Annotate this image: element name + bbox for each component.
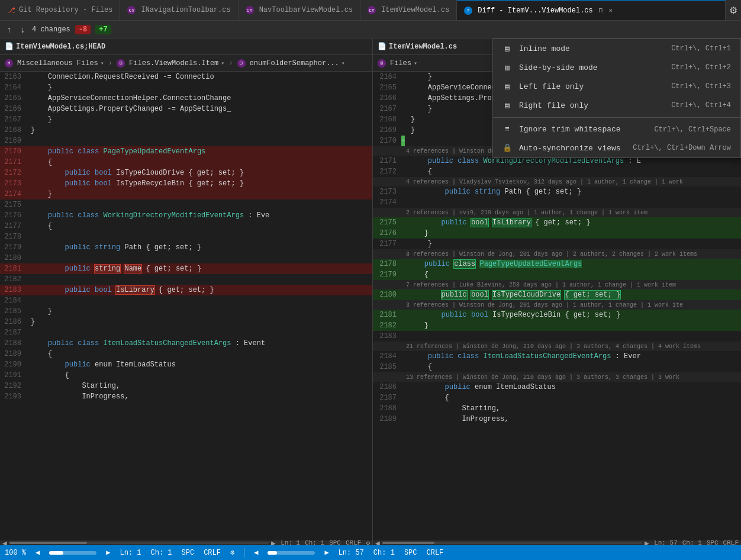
- tab-diff-item[interactable]: ≠ Diff - ItemV...ViewModel.cs ⊓ ✕: [457, 0, 726, 20]
- table-row: 2184: [0, 295, 372, 306]
- table-row: 2179 {: [373, 269, 741, 280]
- table-row: 2170 public class PageTypeUpdatedEventAr…: [0, 146, 372, 157]
- table-row: 2169: [0, 136, 372, 146]
- table-row: 2175 public bool IsLibrary { get; set; }: [373, 217, 741, 228]
- config-icon[interactable]: ⚙: [230, 548, 234, 557]
- table-row: 2193 InProgress,: [0, 391, 372, 402]
- left-encoding: SPC: [182, 549, 195, 557]
- table-row: 2191 {: [0, 370, 372, 381]
- diff-icon: ≠: [464, 7, 472, 15]
- table-row: 2171 {: [0, 157, 372, 168]
- files-icon-right: ⊞: [378, 59, 386, 67]
- table-row: 2183 public bool IsLibrary { get; set; }: [0, 285, 372, 295]
- files-icon: ⊞: [117, 59, 125, 67]
- settings-button[interactable]: ⚙: [726, 0, 741, 20]
- menu-item-left-file[interactable]: ▤ Left file only Ctrl+\, Ctrl+3: [493, 77, 740, 96]
- table-row: 2178 public class PageTypeUpdatedEventAr…: [373, 259, 741, 269]
- right-line-ending: CRLF: [426, 549, 443, 557]
- table-row: 2166 AppSettings.PropertyChanged -= AppS…: [0, 104, 372, 114]
- menu-item-side-by-side[interactable]: ▥ Side-by-side mode Ctrl+\, Ctrl+2: [493, 58, 740, 77]
- table-row: 2165 AppServiceConnectionHelper.Connecti…: [0, 93, 372, 104]
- zoom-level: 100 %: [5, 549, 26, 557]
- cs-icon-3: C#: [368, 6, 376, 14]
- changes-count: 4 changes: [32, 25, 70, 34]
- right-scroll-left-btn[interactable]: ◀: [254, 548, 258, 557]
- tab-pin-button[interactable]: ✕: [608, 7, 613, 14]
- left-col-position: Ch: 1: [151, 549, 172, 557]
- left-scrollbar[interactable]: ◀ ▶ Ln: 1 Ch: 1 SPC CRLF ⚙: [0, 540, 372, 545]
- table-row: 2168 }: [0, 125, 372, 136]
- chevron-1[interactable]: ▾: [101, 60, 104, 67]
- table-row: 2177 }: [373, 239, 741, 249]
- table-row: 2182: [0, 274, 372, 285]
- right-file-icon: ▤: [502, 101, 512, 110]
- chevron-3[interactable]: ▾: [341, 60, 345, 67]
- table-row: 2173 public bool IsTypeRecycleBin { get;…: [0, 178, 372, 189]
- tab-inavtoolbar[interactable]: C# INavigationToolbar.cs: [120, 0, 238, 20]
- table-row: 2181 public bool IsTypeRecycleBin { get;…: [373, 310, 741, 320]
- right-scrollbar-track[interactable]: [268, 551, 315, 555]
- lock-icon: 🔒: [502, 143, 512, 153]
- tab-git-repository[interactable]: ⎇ Git Repository - Files: [0, 0, 120, 20]
- table-row: 2187: [0, 327, 372, 338]
- scroll-right-btn[interactable]: ▶: [106, 548, 110, 557]
- table-row: 2185 {: [373, 362, 741, 372]
- menu-item-auto-sync[interactable]: 🔒 Auto-synchronize views Ctrl+\, Ctrl+Do…: [493, 139, 740, 157]
- table-row: 2188 public class ItemLoadStatusChangedE…: [0, 338, 372, 349]
- left-pane: 📄 ItemViewModel.cs;HEAD M Miscellaneous …: [0, 38, 373, 545]
- tab-navtoolbar[interactable]: C# NavToolbarViewModel.cs: [239, 0, 360, 20]
- table-row: 2192 Starting,: [0, 381, 372, 391]
- tab-bar: ⎇ Git Repository - Files C# INavigationT…: [0, 0, 741, 21]
- table-row: 2183: [373, 331, 741, 342]
- cs-icon-2: C#: [246, 6, 254, 14]
- up-arrow-button[interactable]: ↑: [5, 24, 14, 36]
- author-hint: 3 references | Winston de Jong, 201 days…: [373, 300, 741, 310]
- left-line-position: Ln: 1: [120, 549, 141, 557]
- scroll-left-btn[interactable]: ◀: [36, 548, 40, 557]
- chevron-right[interactable]: ▾: [414, 60, 417, 67]
- table-row: 2178: [0, 231, 372, 242]
- left-settings-icon[interactable]: ⚙: [366, 539, 370, 546]
- right-scroll-right-btn[interactable]: ▶: [324, 548, 328, 557]
- table-row: 2186 public enum ItemLoadStatus: [373, 382, 741, 392]
- scrollbar-track[interactable]: [49, 551, 96, 555]
- cs-icon: C#: [127, 6, 136, 14]
- left-scroll-left[interactable]: ◀: [2, 540, 7, 546]
- right-scrollbar[interactable]: ◀ ▶ Ln: 57 Ch: 1 SPC CRLF: [373, 540, 741, 545]
- table-row: 2189 {: [0, 349, 372, 359]
- table-row: 2190 public enum ItemLoadStatus: [0, 359, 372, 370]
- menu-item-ignore-trim[interactable]: ≡ Ignore trim whitespace Ctrl+\, Ctrl+Sp…: [493, 120, 740, 139]
- right-file-icon: 📄: [378, 42, 386, 51]
- right-pane: 📄 ItemViewModel.cs ⊞ Files ▾ 2164 } 2165…: [373, 38, 741, 545]
- left-code-area[interactable]: 2163 Connection.RequestReceived -= Conne…: [0, 72, 372, 540]
- author-hint: 8 references | Winston de Jong, 201 days…: [373, 249, 741, 259]
- table-row: 2186 }: [0, 317, 372, 327]
- tab-close-button[interactable]: ⊓: [599, 7, 603, 14]
- left-scroll-right[interactable]: ▶: [271, 540, 276, 546]
- author-hint: 2 references | nvi9, 219 days ago | 1 au…: [373, 208, 741, 217]
- table-row: 2173 public string Path { get; set; }: [373, 186, 741, 197]
- ignore-trim-icon: ≡: [502, 125, 512, 134]
- table-row: 2164 }: [0, 82, 372, 93]
- author-hint: 21 references | Winston de Jong, 210 day…: [373, 342, 741, 351]
- right-encoding: SPC: [404, 549, 417, 557]
- menu-item-inline-mode[interactable]: ▤ Inline mode Ctrl+\, Ctrl+1: [493, 39, 740, 58]
- author-hint: 7 references | Luke Blevins, 258 days ag…: [373, 280, 741, 289]
- table-row: 2180 public bool IsTypeCloudDrive { get;…: [373, 289, 741, 300]
- chevron-2[interactable]: ▾: [221, 60, 224, 67]
- table-row: 2172 {: [373, 166, 741, 177]
- table-row: 2163 Connection.RequestReceived -= Conne…: [0, 72, 372, 82]
- down-arrow-button[interactable]: ↓: [18, 24, 27, 36]
- additions-badge: +7: [95, 25, 111, 34]
- table-row: 2176 public class WorkingDirectoryModifi…: [0, 210, 372, 221]
- menu-divider: [493, 117, 740, 118]
- menu-item-right-file[interactable]: ▤ Right file only Ctrl+\, Ctrl+4: [493, 96, 740, 115]
- tab-itemviewmodel[interactable]: C# ItemViewModel.cs: [360, 0, 457, 20]
- table-row: 2189 InProgress,: [373, 414, 741, 424]
- table-row: 2177 {: [0, 221, 372, 231]
- table-row: 2187 {: [373, 392, 741, 403]
- left-file-icon: ▤: [502, 82, 512, 91]
- table-row: 2175: [0, 199, 372, 210]
- table-row: 2176 }: [373, 228, 741, 239]
- git-icon: ⎇: [7, 6, 15, 15]
